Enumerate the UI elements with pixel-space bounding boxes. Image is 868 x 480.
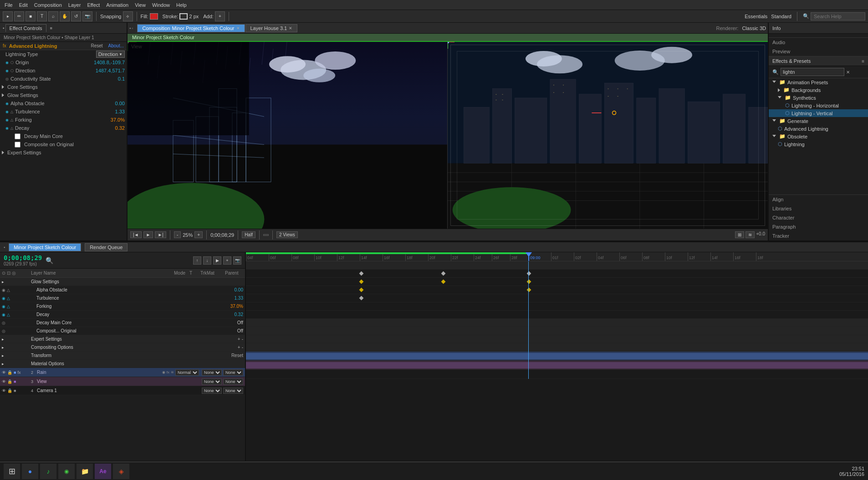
layer-compositing-options[interactable]: ▸ Compositing Options + -	[0, 343, 245, 352]
tree-animation-presets[interactable]: 📁 Animation Presets	[769, 78, 868, 86]
select-tool[interactable]: ▸	[3, 11, 13, 21]
tl-render-btn[interactable]: ▶	[213, 256, 221, 265]
menu-view[interactable]: View	[132, 1, 148, 9]
composite-checkbox[interactable]	[15, 142, 20, 148]
tree-generate[interactable]: 📁 Generate	[769, 117, 868, 125]
text-tool[interactable]: T	[37, 11, 47, 21]
work-area-bar[interactable]	[246, 252, 528, 254]
forking-tl-value[interactable]: 37.0%	[230, 304, 243, 309]
tl-lift-btn[interactable]: ↑	[193, 256, 201, 265]
menu-edit[interactable]: Edit	[16, 1, 31, 9]
camera-tool[interactable]: 📷	[82, 11, 92, 21]
turbulence-tl-value[interactable]: 1.33	[235, 296, 243, 301]
effects-menu-icon[interactable]: ≡	[862, 59, 864, 64]
tree-lightning-vert[interactable]: ⬡ Lightning - Vertical	[769, 109, 868, 117]
zoom-out-btn[interactable]: -	[174, 231, 181, 238]
forking-value[interactable]: 37.0%	[111, 117, 125, 123]
direction-value[interactable]: 1487.4,571.7	[96, 68, 125, 73]
tl-extract-btn[interactable]: ↓	[203, 256, 211, 265]
view-eye-icon[interactable]: 👁	[2, 379, 6, 384]
origin-value[interactable]: 1408.8,-109.7	[94, 60, 125, 65]
cam-eye-icon[interactable]: 👁	[2, 388, 6, 393]
rain-solo-icon[interactable]: ◉	[162, 370, 165, 374]
safe-margins-btn[interactable]: ⊞	[735, 231, 744, 238]
fill-color-swatch[interactable]	[150, 13, 158, 20]
rain-parent-select[interactable]: None	[223, 369, 243, 376]
rotate-tool[interactable]: ↺	[71, 11, 81, 21]
snapping-toggle[interactable]: ⟡	[123, 11, 133, 21]
reset-btn[interactable]: Reset	[91, 43, 102, 48]
comp-tab-close[interactable]: ✕	[236, 26, 240, 31]
view-track-bar[interactable]	[246, 362, 868, 368]
rain-track-bar[interactable]	[246, 353, 868, 359]
view-mode-select[interactable]: None	[202, 378, 222, 385]
layer-glow-settings[interactable]: ▸ Glow Settings	[0, 278, 245, 286]
rain-eye-icon[interactable]: 👁	[2, 370, 6, 375]
decay-main-core-checkbox[interactable]	[15, 133, 20, 139]
layer-4-camera[interactable]: 👁 🔒 ■ 4 Camera 1 None None	[0, 386, 245, 395]
app3-btn[interactable]: ◉	[58, 464, 75, 479]
kf-fork-1[interactable]	[359, 288, 364, 292]
stroke-color-swatch[interactable]	[179, 13, 188, 20]
decay-tl-value[interactable]: 0.32	[235, 312, 243, 317]
alpha-stopwatch[interactable]: ◉	[5, 102, 9, 106]
tree-obsolete[interactable]: 📁 Obsolete	[769, 133, 868, 140]
origin-stopwatch-icon[interactable]: ◉	[5, 61, 9, 65]
kf-turb-1[interactable]	[359, 280, 364, 284]
cam-lock-icon[interactable]: 🔒	[7, 388, 12, 393]
layer-material-options[interactable]: ▸ Material Options	[0, 360, 245, 368]
pen-tool[interactable]: ✏	[14, 11, 24, 21]
timeline-timecode[interactable]: 0;00;08;29	[4, 254, 42, 261]
first-frame-btn[interactable]: |◄	[130, 231, 142, 238]
menu-composition[interactable]: Composition	[31, 1, 65, 9]
menu-animation[interactable]: Animation	[103, 1, 131, 9]
rain-lock-icon[interactable]: 🔒	[7, 370, 12, 375]
ae-btn[interactable]: Ae	[95, 464, 111, 479]
rain-trkmat-select[interactable]: None	[202, 369, 222, 376]
zoom-tool[interactable]: ⌕	[48, 11, 58, 21]
conductivity-value[interactable]: 0.1	[118, 76, 125, 82]
tl-add-btn[interactable]: +	[223, 256, 231, 265]
panel-menu-icon[interactable]: ≡	[50, 26, 52, 31]
libraries-title[interactable]: Libraries	[769, 204, 868, 213]
layer-3-view[interactable]: 👁 🔒 ■ 3 View None None	[0, 377, 245, 386]
cam-mode-select[interactable]: None	[202, 388, 222, 394]
remove-expert-btn[interactable]: -	[242, 337, 243, 342]
kf-alpha-2[interactable]	[441, 271, 446, 276]
start-btn[interactable]: ⊞	[4, 464, 20, 479]
forking-stopwatch[interactable]: ◉	[5, 118, 9, 122]
tl-camera-btn[interactable]: 📷	[233, 256, 241, 265]
effects-search-input[interactable]	[781, 68, 844, 76]
alpha-obstacle-value[interactable]: 0.00	[115, 101, 125, 106]
kf-fork-2[interactable]	[527, 288, 531, 292]
shape-tool[interactable]: ■	[26, 11, 36, 21]
menu-help[interactable]: Help	[174, 1, 189, 9]
view-mode-btn[interactable]	[263, 234, 269, 236]
tracker-title[interactable]: Tracker	[769, 231, 868, 240]
explorer-btn[interactable]: 📁	[77, 464, 93, 479]
character-title[interactable]: Character	[769, 213, 868, 222]
layer-2-rain[interactable]: 👁 🔒 ■ fx 2 Rain ◉ fx ≋ Normal None	[0, 368, 245, 377]
tree-lightning-horiz[interactable]: ⬡ Lightning - Horizontal	[769, 102, 868, 109]
menu-effect[interactable]: Effect	[84, 1, 102, 9]
tree-synthetics[interactable]: 📁 Synthetics	[769, 94, 868, 102]
search-layer-icon[interactable]: 🔍	[46, 257, 53, 264]
comp-tab-main[interactable]: Composition Minor Project Sketch Colour …	[137, 24, 245, 32]
last-frame-btn[interactable]: ►|	[155, 231, 166, 238]
core-settings-row[interactable]: Core Settings	[0, 83, 127, 91]
direction-stopwatch-icon[interactable]: ◉	[5, 69, 9, 73]
menu-layer[interactable]: Layer	[66, 1, 84, 9]
play-btn[interactable]: ►	[143, 231, 153, 238]
turbulence-value[interactable]: 1.33	[115, 109, 125, 114]
chrome-btn[interactable]: ●	[22, 464, 38, 479]
remove-comp-btn[interactable]: -	[242, 345, 243, 350]
hand-tool[interactable]: ✋	[60, 11, 70, 21]
lightning-type-dropdown[interactable]: Direction ▼	[96, 51, 125, 58]
audio-section-title[interactable]: Audio	[769, 38, 868, 47]
search-help-input[interactable]	[811, 12, 865, 20]
zoom-in-btn[interactable]: +	[194, 231, 203, 238]
expert-settings-row[interactable]: Expert Settings	[0, 148, 127, 157]
cam-parent-select[interactable]: None	[223, 388, 243, 394]
turbulence-stopwatch[interactable]: ◉	[5, 110, 9, 114]
transform-reset-btn[interactable]: Reset	[231, 353, 243, 358]
